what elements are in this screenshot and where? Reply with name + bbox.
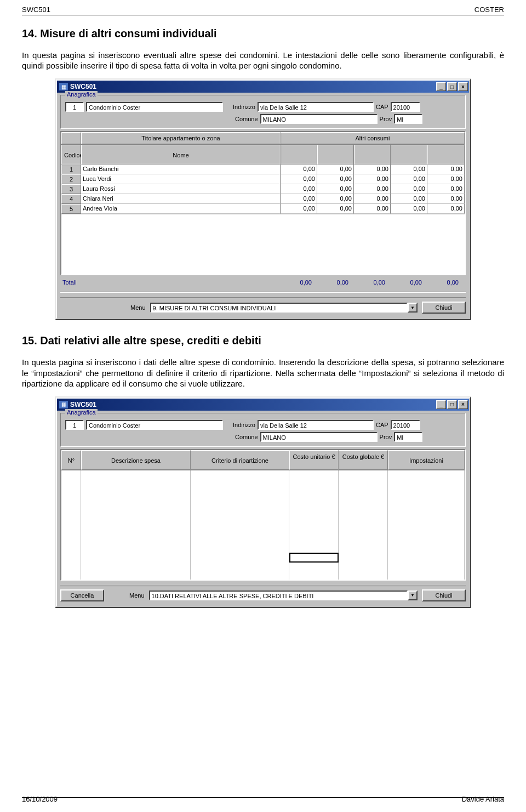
cap-label: CAP [376, 422, 388, 428]
col-descrizione: Descrizione spesa [81, 450, 191, 470]
tot-4: 0,00 [390, 277, 426, 287]
table-row[interactable]: 5Andrea Viola0,000,000,000,000,00 [61, 204, 465, 214]
anagrafica-group: Anagrafica 1 Condominio Coster Indirizzo… [60, 413, 466, 447]
row-val[interactable]: 0,00 [354, 194, 391, 204]
doc-code: SWC501 [22, 5, 50, 14]
col-n: N° [61, 450, 81, 470]
tot-3: 0,00 [353, 277, 390, 287]
condo-name-field[interactable]: Condominio Coster [86, 102, 223, 112]
table-row[interactable]: 4Chiara Neri0,000,000,000,000,00 [61, 194, 465, 204]
menu-dropdown[interactable]: 10.DATI RELATIVI ALLE ALTRE SPESE, CREDI… [149, 590, 418, 600]
row-val[interactable]: 0,00 [281, 174, 317, 184]
app-icon: ▦ [59, 83, 68, 90]
selected-cell[interactable] [289, 553, 339, 563]
minimize-button[interactable]: _ [436, 400, 446, 409]
window-swc501-spese: ▦ SWC501 _ □ × Anagrafica 1 Condominio C… [55, 396, 471, 608]
tot-2: 0,00 [316, 277, 353, 287]
chevron-down-icon[interactable]: ▼ [408, 590, 418, 600]
row-index: 1 [61, 164, 81, 174]
row-nome[interactable]: Luca Verdi [81, 174, 281, 184]
col-impostazioni: Impostazioni [388, 450, 465, 470]
row-val[interactable]: 0,00 [391, 194, 427, 204]
col-nome: Nome [81, 145, 281, 164]
row-val[interactable]: 0,00 [317, 204, 354, 214]
condo-id-field[interactable]: 1 [65, 420, 84, 430]
row-val[interactable]: 0,00 [391, 204, 427, 214]
close-button[interactable]: × [458, 400, 468, 409]
col-costo-unitario: Costo unitario € [289, 450, 339, 470]
comune-field[interactable]: MILANO [260, 114, 378, 124]
cap-field[interactable]: 20100 [391, 420, 420, 430]
minimize-button[interactable]: _ [436, 82, 446, 91]
row-val[interactable]: 0,00 [427, 204, 465, 214]
row-val[interactable]: 0,00 [354, 164, 391, 174]
condo-id-field[interactable]: 1 [65, 102, 84, 112]
row-val[interactable]: 0,00 [427, 164, 465, 174]
row-val[interactable]: 0,00 [354, 184, 391, 194]
row-val[interactable]: 0,00 [427, 174, 465, 184]
col-costo-globale: Costo globale € [339, 450, 388, 470]
row-val[interactable]: 0,00 [317, 164, 354, 174]
row-val[interactable]: 0,00 [281, 204, 317, 214]
anagrafica-group: Anagrafica 1 Condominio Coster Indirizzo… [60, 95, 466, 129]
maximize-button[interactable]: □ [447, 82, 457, 91]
row-val[interactable]: 0,00 [354, 174, 391, 184]
prov-field[interactable]: MI [394, 432, 422, 442]
spese-grid-body[interactable] [61, 470, 465, 580]
spese-table: N° Descrizione spesa Criterio di riparti… [60, 449, 466, 581]
totali-row: Totali 0,00 0,00 0,00 0,00 0,00 [60, 277, 466, 287]
row-val[interactable]: 0,00 [317, 194, 354, 204]
indirizzo-field[interactable]: via Della Salle 12 [258, 102, 374, 112]
row-val[interactable]: 0,00 [427, 194, 465, 204]
row-val[interactable]: 0,00 [427, 184, 465, 194]
menu-value: 10.DATI RELATIVI ALLE ALTRE SPESE, CREDI… [149, 590, 408, 600]
cap-field[interactable]: 20100 [391, 102, 420, 112]
window-title: SWC501 [70, 83, 436, 90]
prov-field[interactable]: MI [394, 114, 422, 124]
row-val[interactable]: 0,00 [281, 194, 317, 204]
indirizzo-field[interactable]: via Della Salle 12 [258, 420, 374, 430]
row-val[interactable]: 0,00 [391, 184, 427, 194]
indirizzo-label: Indirizzo [233, 104, 255, 110]
prov-label: Prov [380, 116, 392, 122]
tot-5: 0,00 [426, 277, 463, 287]
anagrafica-label: Anagrafica [65, 409, 98, 416]
table-row[interactable]: 2Luca Verdi0,000,000,000,000,00 [61, 174, 465, 184]
menu-dropdown[interactable]: 9. MISURE DI ALTRI CONSUMI INDIVIDUALI ▼ [150, 303, 418, 313]
row-val[interactable]: 0,00 [281, 184, 317, 194]
comune-field[interactable]: MILANO [260, 432, 378, 442]
row-index: 2 [61, 174, 81, 184]
tot-1: 0,00 [279, 277, 316, 287]
window-swc501-consumi: ▦ SWC501 _ □ × Anagrafica 1 Condominio C… [55, 78, 471, 320]
chiudi-button[interactable]: Chiudi [422, 589, 466, 601]
row-index: 3 [61, 184, 81, 194]
row-nome[interactable]: Andrea Viola [81, 204, 281, 214]
table-row[interactable]: 1Carlo Bianchi0,000,000,000,000,00 [61, 164, 465, 174]
close-button[interactable]: × [458, 82, 468, 91]
menu-label: Menu [129, 592, 145, 599]
row-val[interactable]: 0,00 [354, 204, 391, 214]
consumi-table: Titolare appartamento o zona Altri consu… [60, 131, 466, 275]
row-val[interactable]: 0,00 [391, 174, 427, 184]
row-nome[interactable]: Carlo Bianchi [81, 164, 281, 174]
row-nome[interactable]: Laura Rossi [81, 184, 281, 194]
section-15-para: In questa pagina si inseriscono i dati d… [22, 357, 504, 389]
table-row[interactable]: 3Laura Rossi0,000,000,000,000,00 [61, 184, 465, 194]
anagrafica-label: Anagrafica [65, 91, 98, 98]
row-val[interactable]: 0,00 [317, 184, 354, 194]
maximize-button[interactable]: □ [447, 400, 457, 409]
chevron-down-icon[interactable]: ▼ [408, 303, 418, 313]
titlebar[interactable]: ▦ SWC501 _ □ × [57, 399, 469, 411]
header-rule [22, 15, 504, 15]
row-val[interactable]: 0,00 [281, 164, 317, 174]
row-val[interactable]: 0,00 [391, 164, 427, 174]
condo-name-field[interactable]: Condominio Coster [86, 420, 223, 430]
chiudi-button[interactable]: Chiudi [422, 302, 466, 314]
cancella-button[interactable]: Cancella [60, 589, 104, 601]
section-14-para: In questa pagina si inseriscono eventual… [22, 50, 504, 71]
titlebar[interactable]: ▦ SWC501 _ □ × [57, 81, 469, 93]
footer-author: Davide Ariata [462, 795, 504, 803]
row-nome[interactable]: Chiara Neri [81, 194, 281, 204]
row-val[interactable]: 0,00 [317, 174, 354, 184]
window-title: SWC501 [70, 401, 436, 408]
